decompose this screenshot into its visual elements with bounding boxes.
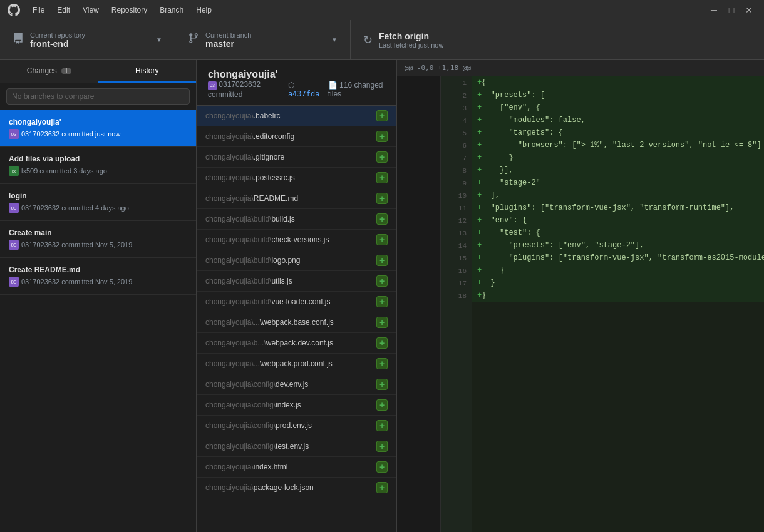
diff-line: + "presets": ["env", "stage-2"], — [472, 239, 764, 252]
commit-repo-title: chongaiyoujia' — [208, 69, 385, 80]
commit-item[interactable]: Add files via upload lx lx509 committed … — [0, 147, 196, 184]
file-item[interactable]: chongaiyoujia\config\dev.env.js + — [197, 374, 396, 395]
file-item[interactable]: chongaiyoujia\config\index.js + — [197, 395, 396, 416]
sidebar: Changes 1 History chongaiyoujia' 03 0317… — [0, 60, 197, 532]
menu-view[interactable]: View — [78, 4, 104, 16]
file-name: chongaiyoujia\config\index.js — [205, 401, 301, 409]
repo-icon — [13, 33, 24, 47]
diff-line: + } — [472, 277, 764, 289]
diff-line: +{ — [472, 76, 764, 89]
file-name: chongaiyoujia\build\build.js — [205, 215, 295, 223]
commit-meta: 03 0317023632 committed Nov 5, 2019 — [9, 277, 187, 287]
fetch-text: Fetch origin Last fetched just now — [379, 31, 751, 49]
diff-line: + }], — [472, 164, 764, 176]
file-added-icon: + — [376, 337, 388, 349]
commit-title: Add files via upload — [9, 155, 187, 163]
file-item[interactable]: chongaiyoujia\config\prod.env.js + — [197, 416, 396, 436]
avatar: lx — [9, 166, 19, 176]
close-button[interactable]: ✕ — [741, 3, 756, 18]
file-item[interactable]: chongaiyoujia\config\test.env.js + — [197, 436, 396, 457]
file-added-icon: + — [376, 172, 388, 183]
commit-title: login — [9, 192, 187, 200]
diff-line: + "modules": false, — [472, 114, 764, 126]
fetch-label: Fetch origin — [379, 31, 751, 41]
fetch-origin-button[interactable]: ↻ Fetch origin Last fetched just now — [351, 20, 764, 59]
menu-repository[interactable]: Repository — [106, 4, 152, 16]
commit-meta: 03 0317023632 committed 4 days ago — [9, 203, 187, 213]
file-name: chongaiyoujia\index.html — [205, 463, 287, 471]
github-logo-icon — [8, 4, 20, 16]
tab-history[interactable]: History — [98, 60, 197, 83]
file-item[interactable]: chongaiyoujia\build\check-versions.js + — [197, 230, 396, 250]
branch-label: Current branch — [205, 31, 325, 39]
avatar: 03 — [9, 129, 19, 139]
diff-old-numbers — [397, 76, 441, 532]
file-added-icon: + — [376, 213, 388, 225]
diff-header: @@ -0,0 +1,18 @@ — [397, 60, 764, 76]
hash-container: ⬡ a437fda — [288, 81, 321, 98]
repo-text: Current repository front-end — [30, 31, 150, 49]
sidebar-tabs: Changes 1 History — [0, 60, 196, 83]
avatar: 03 — [9, 240, 19, 250]
menu-branch[interactable]: Branch — [155, 4, 188, 16]
file-item[interactable]: chongaiyoujia\.postcssrc.js + — [197, 168, 396, 188]
file-added-icon: + — [376, 151, 388, 163]
file-scroll: chongaiyoujia\.babelrc + chongaiyoujia\.… — [197, 106, 396, 533]
tab-changes[interactable]: Changes 1 — [0, 60, 98, 83]
branch-text: Current branch master — [205, 31, 325, 49]
commit-list: chongaiyoujia' 03 0317023632 committed j… — [0, 110, 196, 532]
diff-line: + } — [472, 264, 764, 277]
file-added-icon: + — [376, 399, 388, 411]
diff-line: + "targets": { — [472, 126, 764, 139]
commit-item[interactable]: login 03 0317023632 committed 4 days ago — [0, 184, 196, 221]
file-item[interactable]: chongaiyoujia\README.md + — [197, 188, 396, 209]
commit-item[interactable]: chongaiyoujia' 03 0317023632 committed j… — [0, 110, 196, 147]
diff-new-numbers: 1 2 3 4 5 6 7 8 9 10 11 12 13 14 15 16 1… — [441, 76, 472, 532]
repo-chevron-icon: ▼ — [156, 36, 162, 43]
repo-selector[interactable]: Current repository front-end ▼ — [0, 20, 175, 59]
branch-selector[interactable]: Current branch master ▼ — [175, 20, 351, 59]
commit-info-bar: 03 0317023632 committed ⬡ a437fda 📄 116 … — [208, 80, 385, 99]
file-added-icon: + — [376, 193, 388, 204]
minimize-button[interactable]: ─ — [706, 3, 721, 18]
file-item[interactable]: chongaiyoujia\b...\webpack.dev.conf.js + — [197, 333, 396, 354]
file-item[interactable]: chongaiyoujia\...\webpack.base.conf.js + — [197, 312, 396, 333]
changes-badge: 1 — [61, 68, 71, 74]
file-name: chongaiyoujia\README.md — [205, 194, 298, 203]
file-added-icon: + — [376, 255, 388, 266]
file-item[interactable]: chongaiyoujia\.gitignore + — [197, 147, 396, 168]
file-item[interactable]: chongaiyoujia\.babelrc + — [197, 106, 396, 126]
diff-panel: @@ -0,0 +1,18 @@ — [397, 60, 764, 532]
file-name: chongaiyoujia\package-lock.json — [205, 483, 314, 492]
diff-lines: +{ + "presets": [ + ["env", { + "modules… — [472, 76, 764, 532]
file-item[interactable]: chongaiyoujia\build\vue-loader.conf.js + — [197, 292, 396, 312]
file-list-header: chongaiyoujia' 03 0317023632 committed ⬡… — [197, 60, 396, 106]
diff-line: + "env": { — [472, 214, 764, 227]
file-item[interactable]: chongaiyoujia\.editorconfig + — [197, 126, 396, 147]
file-added-icon: + — [376, 110, 388, 121]
file-name: chongaiyoujia\.gitignore — [205, 153, 284, 161]
file-item[interactable]: chongaiyoujia\index.html + — [197, 457, 396, 478]
file-added-icon: + — [376, 317, 388, 328]
files-count: 📄 116 changed files — [328, 81, 385, 98]
menu-help[interactable]: Help — [191, 4, 217, 16]
menu-file[interactable]: File — [28, 4, 49, 16]
main-content: Changes 1 History chongaiyoujia' 03 0317… — [0, 60, 764, 532]
file-item[interactable]: chongaiyoujia\...\webpack.prod.conf.js + — [197, 354, 396, 374]
diff-line: + } — [472, 151, 764, 164]
commit-item[interactable]: Create main 03 0317023632 committed Nov … — [0, 221, 196, 258]
menu-edit[interactable]: Edit — [52, 4, 75, 16]
file-item[interactable]: chongaiyoujia\package-lock.json + — [197, 478, 396, 498]
window-controls: ─ □ ✕ — [706, 3, 756, 18]
file-item[interactable]: chongaiyoujia\build\build.js + — [197, 209, 396, 230]
avatar: 03 — [9, 277, 19, 287]
file-item[interactable]: chongaiyoujia\build\utils.js + — [197, 271, 396, 292]
avatar: 03 — [208, 81, 217, 90]
commit-item[interactable]: Create README.md 03 0317023632 committed… — [0, 258, 196, 295]
file-name: chongaiyoujia\.babelrc — [205, 111, 280, 120]
file-name: chongaiyoujia\.postcssrc.js — [205, 173, 295, 182]
file-item[interactable]: chongaiyoujia\build\logo.png + — [197, 250, 396, 271]
maximize-button[interactable]: □ — [724, 3, 739, 18]
branch-search-input[interactable] — [6, 88, 190, 105]
toolbar: Current repository front-end ▼ Current b… — [0, 20, 764, 60]
